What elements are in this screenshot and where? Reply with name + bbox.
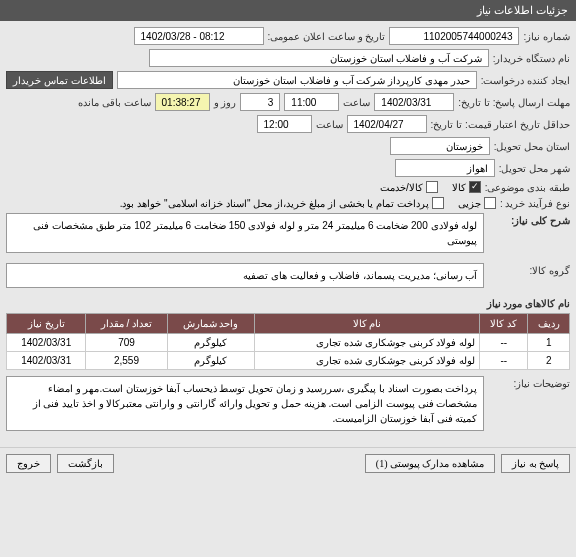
cell-date: 1402/03/31 <box>7 352 86 370</box>
checkbox-icon[interactable] <box>426 181 438 193</box>
cell-unit: کیلوگرم <box>167 334 254 352</box>
attachments-button[interactable]: مشاهده مدارک پیوستی (1) <box>365 454 495 473</box>
creator-field: حیدر مهدی کارپرداز شرکت آب و فاضلاب استا… <box>117 71 477 89</box>
topic-label: طبقه بندی موضوعی: <box>485 182 570 193</box>
remain-time: 01:38:27 <box>155 93 210 111</box>
city-label: شهر محل تحویل: <box>499 163 570 174</box>
items-table: ردیف کد کالا نام کالا واحد شمارش تعداد /… <box>6 313 570 370</box>
cell-row: 2 <box>528 352 570 370</box>
cell-row: 1 <box>528 334 570 352</box>
th-code: کد کالا <box>480 314 528 334</box>
pub-datetime-field: 1402/03/28 - 08:12 <box>134 27 264 45</box>
validity-date: 1402/04/27 <box>347 115 427 133</box>
notes-label: توضیحات نیاز: <box>490 376 570 389</box>
checkbox-icon <box>432 197 444 209</box>
th-qty: تعداد / مقدار <box>86 314 167 334</box>
header-title: جزئیات اطلاعات نیاز <box>477 4 568 16</box>
min-reply-days: 3 <box>240 93 280 111</box>
notes-box: پرداخت بصورت اسناد با پیگیری ،سررسید و ز… <box>6 376 484 431</box>
cell-name: لوله فولاد کربنی جوشکاری شده تجاری <box>254 352 480 370</box>
spacer <box>120 454 359 473</box>
main-content: شماره نیاز: 1102005744000243 تاریخ و ساع… <box>0 21 576 447</box>
buy-type-partial-label: جزیی <box>458 198 481 209</box>
exit-button[interactable]: خروج <box>6 454 51 473</box>
province-label: استان محل تحویل: <box>494 141 570 152</box>
group-label: گروه کالا: <box>490 263 570 276</box>
province-field: خوزستان <box>390 137 490 155</box>
cell-code: -- <box>480 334 528 352</box>
buy-type-note-label: پرداخت تمام یا بخشی از مبلغ خرید،از محل … <box>120 198 429 209</box>
remain-label: ساعت باقی مانده <box>78 97 151 108</box>
th-row: ردیف <box>528 314 570 334</box>
th-unit: واحد شمارش <box>167 314 254 334</box>
buy-type-partial-group[interactable]: جزیی <box>458 197 496 209</box>
table-row[interactable]: 1 -- لوله فولاد کربنی جوشکاری شده تجاری … <box>7 334 570 352</box>
topic-service-label: کالا/خدمت <box>380 182 423 193</box>
validity-time: 12:00 <box>257 115 312 133</box>
cell-date: 1402/03/31 <box>7 334 86 352</box>
pub-datetime-label: تاریخ و ساعت اعلان عمومی: <box>268 31 386 42</box>
th-date: تاریخ نیاز <box>7 314 86 334</box>
th-name: نام کالا <box>254 314 480 334</box>
cell-unit: کیلوگرم <box>167 352 254 370</box>
city-field: اهواز <box>395 159 495 177</box>
topic-goods-group[interactable]: کالا <box>452 181 481 193</box>
time-label-2: ساعت <box>316 119 343 130</box>
general-desc-label: شرح کلی نیاز: <box>490 213 570 226</box>
need-no-field: 1102005744000243 <box>389 27 519 45</box>
table-row[interactable]: 2 -- لوله فولاد کربنی جوشکاری شده تجاری … <box>7 352 570 370</box>
cell-name: لوله فولاد کربنی جوشکاری شده تجاری <box>254 334 480 352</box>
topic-goods-label: کالا <box>452 182 466 193</box>
checkbox-icon[interactable] <box>484 197 496 209</box>
buy-type-label: نوع فرآیند خرید : <box>500 198 570 209</box>
footer-bar: پاسخ به نیاز مشاهده مدارک پیوستی (1) باز… <box>0 447 576 479</box>
cell-qty: 709 <box>86 334 167 352</box>
buyer-label: نام دستگاه خریدار: <box>493 53 570 64</box>
min-reply-label: مهلت ارسال پاسخ: تا تاریخ: <box>458 97 570 108</box>
buy-type-note-group: پرداخت تمام یا بخشی از مبلغ خرید،از محل … <box>120 197 444 209</box>
topic-service-group[interactable]: کالا/خدمت <box>380 181 438 193</box>
min-reply-time: 11:00 <box>284 93 339 111</box>
min-reply-date: 1402/03/31 <box>374 93 454 111</box>
general-desc-box: لوله فولادی 200 ضخامت 6 میلیمتر 24 متر و… <box>6 213 484 253</box>
items-label: نام کالاهای مورد نیاز <box>487 298 570 309</box>
back-button[interactable]: بازگشت <box>57 454 114 473</box>
buyer-field: شرکت آب و فاضلاب استان خوزستان <box>149 49 489 67</box>
creator-label: ایجاد کننده درخواست: <box>481 75 570 86</box>
header-bar: جزئیات اطلاعات نیاز <box>0 0 576 21</box>
checkbox-checked-icon[interactable] <box>469 181 481 193</box>
need-no-label: شماره نیاز: <box>523 31 570 42</box>
cell-code: -- <box>480 352 528 370</box>
days-and-label: روز و <box>214 97 237 108</box>
cell-qty: 2,559 <box>86 352 167 370</box>
validity-label: حداقل تاریخ اعتبار قیمت: تا تاریخ: <box>431 119 570 130</box>
group-box: آب رسانی؛ مدیریت پسماند، فاضلاب و فعالیت… <box>6 263 484 288</box>
time-label-1: ساعت <box>343 97 370 108</box>
reply-button[interactable]: پاسخ به نیاز <box>501 454 570 473</box>
buyer-contact-button[interactable]: اطلاعات تماس خریدار <box>6 71 113 89</box>
